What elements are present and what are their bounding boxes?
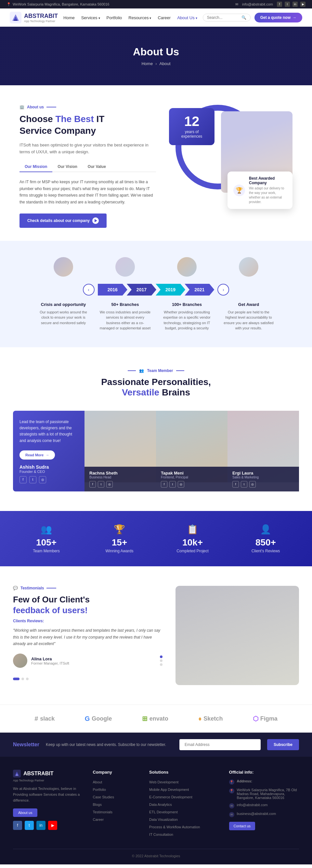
topbar-social: f t in ▶ [277,2,306,7]
dot-1[interactable] [13,678,20,680]
newsletter-email-input[interactable] [179,739,261,750]
team-header: 👥 Team Member Passionate Personalities, … [13,367,299,398]
footer-link-etl[interactable]: ETL Development [149,810,178,814]
twitter-icon[interactable]: t [29,476,36,483]
footer-linkedin-icon[interactable]: in [36,821,45,830]
footer-link-career[interactable]: Career [93,817,104,822]
timeline-year-2016[interactable]: 2016 [98,284,128,296]
list-item: Case Studies [93,794,139,799]
tab-vision[interactable]: Our Vision [52,162,82,172]
breadcrumb: Home › About [141,61,170,66]
search-input[interactable] [207,15,240,20]
google-icon: G [85,715,90,722]
search-box[interactable]: 🔍 [203,14,250,22]
footer-twitter-icon[interactable]: t [25,821,34,830]
footer-link-mobile-dev[interactable]: Mobile App Development [149,787,189,792]
list-item: Testimonials [93,809,139,814]
timeline-person-1 [33,257,94,281]
facebook-icon[interactable]: f [232,481,239,488]
team-first-member: Ashish Sudra Founder & CEO f t ◎ [20,460,78,483]
timeline-year-2021[interactable]: 2021 [184,284,214,296]
instagram-icon[interactable]: ◎ [178,481,184,488]
stat-label: Completed Project [159,549,226,553]
dot-3[interactable] [26,678,29,680]
team-badge: 👥 Team Member [128,368,184,373]
nav-about[interactable]: About Us [177,15,197,20]
footer-link-data-viz[interactable]: Data Visualization [149,817,178,822]
testimonials-heading: Few of Our Client's feedback of users! [13,594,163,616]
topbar-right: ✉ info@abstrabit.com f t in ▶ [235,2,306,7]
timeline-years-row: ‹ 2016 2017 2019 2021 › [13,284,299,296]
footer-social: f t in ▶ [13,821,83,830]
logo[interactable]: ABSTRABIT App Technology Partner [10,12,58,24]
facebook-icon[interactable]: f [90,481,96,488]
address-label-icon: 📍 [229,779,234,785]
tab-value[interactable]: Our Value [82,162,111,172]
footer-link-portfolio[interactable]: Portfolio [93,787,106,792]
breadcrumb-home[interactable]: Home [141,61,153,66]
footer-youtube-icon[interactable]: ▶ [48,821,57,830]
team-social: f t ◎ [90,481,151,488]
instagram-icon[interactable]: ◎ [249,481,256,488]
footer-link-case-studies[interactable]: Case Studies [93,795,114,799]
check-details-button[interactable]: Check details about our company [20,214,107,228]
footer-link-ecomm[interactable]: E-Commerce Development [149,795,193,799]
footer-official-title: Official info: [229,770,299,775]
instagram-icon[interactable]: ◎ [39,476,46,483]
nav-services[interactable]: Services [81,15,100,20]
footer-link-data-analytics[interactable]: Data Analytics [149,803,172,806]
footer-facebook-icon[interactable]: f [13,821,22,830]
award-icon: 🏆 [233,185,245,196]
contact-us-button[interactable]: Contact us [229,822,255,830]
list-item: Data Analytics [149,802,219,807]
timeline-prev-button[interactable]: ‹ [83,284,95,296]
list-item: IT Consultation [149,832,219,837]
footer-link-web-dev[interactable]: Web Development [149,780,178,784]
instagram-icon[interactable]: ◎ [106,481,113,488]
tab-mission[interactable]: Our Mission [20,162,52,172]
footer-email1: ✉ info@abstrabit.com [229,803,299,808]
youtube-icon[interactable]: ▶ [300,2,306,7]
footer-about-button[interactable]: About us [13,808,37,817]
timeline-next-button[interactable]: › [217,284,229,296]
list-item: Portfolio [93,787,139,792]
linkedin-icon[interactable]: in [292,2,298,7]
team-card-overlay: Ergi Laura Sales & Marketing f t ◎ [228,467,299,491]
dot-2[interactable] [22,678,24,680]
twitter-icon[interactable]: t [98,481,104,488]
facebook-icon[interactable]: f [161,481,167,488]
timeline-year-2017[interactable]: 2017 [127,284,156,296]
timeline-year-2019[interactable]: 2019 [156,284,185,296]
footer-link-process[interactable]: Process & Workflow Automation [149,825,200,829]
subscribe-button[interactable]: Subscribe [267,739,299,750]
nav-career[interactable]: Career [158,15,171,20]
award-card: 🏆 Best Awarded Company We adapt our deli… [228,172,292,209]
read-more-button[interactable]: Read More → [20,451,55,460]
nav-resources[interactable]: Resources [128,15,151,20]
timeline-item-desc: Our people are held to the highest level… [222,310,275,331]
timeline-item-title: 100+ Branches [161,302,213,307]
footer-link-about[interactable]: About [93,780,102,784]
quote-button[interactable]: Get a quote now [254,13,302,23]
nav-home[interactable]: Home [63,15,75,20]
team-heading: Passionate Personalities, Versatile Brai… [13,377,299,398]
twitter-icon[interactable]: t [241,481,247,488]
svg-point-3 [14,18,16,20]
facebook-icon[interactable]: f [277,2,282,7]
footer-grid: ABSTRABIT App Technology Partner We at A… [13,770,299,839]
footer-link-blogs[interactable]: Blogs [93,803,102,806]
footer-link-testimonials[interactable]: Testimonials [93,810,112,814]
nav-portfolio[interactable]: Portfolio [107,15,122,20]
testimonials-right [175,586,299,685]
twitter-icon[interactable]: t [169,481,176,488]
facebook-icon[interactable]: f [20,476,27,483]
footer-solutions-col: Solutions Web Development Mobile App Dev… [149,770,219,839]
breadcrumb-current: About [160,61,171,66]
twitter-icon[interactable]: t [285,2,290,7]
stat-number: 15+ [86,538,153,547]
years-text: years of experiences [177,129,206,138]
clients-section: # slack G Google ⊞ envato ♦ Sketch ⬡ Fig… [0,705,312,733]
testimonial-quote: "Working with several word press themes … [13,627,163,647]
footer-link-it-consult[interactable]: IT Consultation [149,833,173,836]
footer-solutions-links: Web Development Mobile App Development E… [149,779,219,837]
